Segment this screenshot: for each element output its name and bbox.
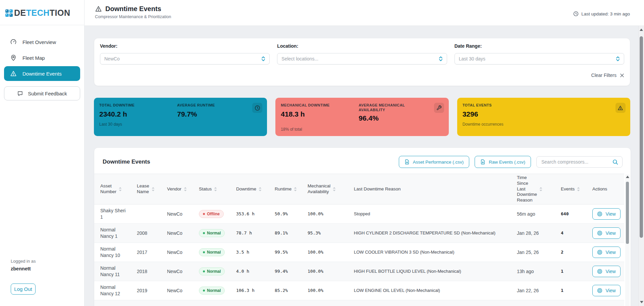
asset-number-cell: Normal Nancy 10 <box>100 246 132 259</box>
date-range-select[interactable]: Last 30 days <box>454 53 624 64</box>
sidebar-nav: Fleet Overview Fleet Map Downtime Events <box>0 25 84 82</box>
table-row: Shaky Sheri 1 NewCo Offline 353.6 h 50.9… <box>94 205 624 224</box>
downtime-cell: 106.3 h <box>236 288 275 294</box>
events-cell: 1 <box>561 288 592 294</box>
logged-in-label: Logged in as <box>11 259 79 264</box>
status-badge: Normal <box>199 229 225 237</box>
events-cell: 2 <box>561 249 592 255</box>
search-input[interactable] <box>541 159 610 165</box>
sort-icon[interactable] <box>539 187 542 191</box>
page-scrollbar-thumb[interactable] <box>640 36 643 238</box>
sidebar-item-fleet-overview[interactable]: Fleet Overview <box>4 35 80 49</box>
scroll-up-arrow-icon[interactable] <box>626 176 629 178</box>
view-button[interactable]: View <box>592 247 621 258</box>
status-dot-icon <box>203 270 205 272</box>
table-scrollbar-thumb[interactable] <box>626 182 629 244</box>
scroll-down-arrow-icon[interactable] <box>640 301 643 303</box>
status-cell: Offline <box>199 210 236 218</box>
status-badge: Offline <box>199 210 224 218</box>
vendor-cell: NewCo <box>167 268 199 275</box>
events-cell: 4 <box>561 230 592 236</box>
column-header[interactable]: Mechanical Availability <box>308 183 354 195</box>
page-scrollbar[interactable] <box>638 26 644 306</box>
view-button[interactable]: View <box>592 227 621 239</box>
table-row: Normal Nancy 1 2008 NewCo Normal 78.7 h … <box>94 224 624 243</box>
asset-number-cell: Normal Nancy 12 <box>100 284 132 297</box>
column-header[interactable]: Lease Name <box>137 183 167 195</box>
downtime-cell: 3.5 h <box>236 249 275 255</box>
wrench-icon <box>434 103 444 113</box>
status-cell: Normal <box>199 267 236 275</box>
vendor-cell: NewCo <box>167 288 199 294</box>
status-dot-icon <box>203 213 205 215</box>
location-label: Location: <box>277 43 447 49</box>
lease-name-cell: 2018 <box>137 268 167 275</box>
username: zbennett <box>11 266 79 271</box>
sort-icon[interactable] <box>577 187 580 191</box>
warning-icon <box>615 103 626 113</box>
time-since-cell: Jan 22, 26 <box>517 288 561 294</box>
chevron-up-down-icon <box>261 56 265 61</box>
search-icon[interactable] <box>612 159 618 165</box>
sort-icon[interactable] <box>294 187 297 191</box>
date-range-filter: Date Range: Last 30 days <box>454 43 624 64</box>
sort-icon[interactable] <box>152 187 155 191</box>
mechanical-availability-cell: 100.0% <box>308 249 354 255</box>
view-button[interactable]: View <box>592 266 621 277</box>
logout-button[interactable]: Log Out <box>11 283 36 295</box>
sidebar-item-fleet-map[interactable]: Fleet Map <box>4 50 80 65</box>
eye-icon <box>597 230 602 236</box>
actions-cell: View <box>592 285 624 296</box>
asset-number-cell: Shaky Sheri 1 <box>100 208 132 220</box>
status-badge: Normal <box>199 267 225 275</box>
submit-feedback-button[interactable]: Submit Feedback <box>4 86 80 100</box>
sort-icon[interactable] <box>214 187 217 191</box>
scroll-up-arrow-icon[interactable] <box>640 29 643 31</box>
table-header-row: Asset Number Lease Name Vendor Status Do… <box>94 174 624 205</box>
last-downtime-reason-cell: HIGH FUEL BOTTLE LIQUID LEVEL (Non-Mecha… <box>354 268 517 274</box>
vendor-select[interactable]: NewCo <box>100 53 270 64</box>
table-scrollbar[interactable] <box>625 174 630 306</box>
sort-icon[interactable] <box>119 187 122 191</box>
last-downtime-reason-cell: Stopped <box>354 211 517 217</box>
downtime-cell: 353.6 h <box>236 211 275 217</box>
sort-icon[interactable] <box>333 187 336 191</box>
sidebar-item-label: Fleet Overview <box>22 39 56 45</box>
mechanical-availability-cell: 95.3% <box>308 230 354 236</box>
runtime-cell: 50.9% <box>275 211 308 217</box>
status-dot-icon <box>203 232 205 234</box>
runtime-cell: 99.5% <box>275 249 308 255</box>
clear-filters-button[interactable]: Clear Filters <box>100 73 624 78</box>
table-row: Normal Nancy 12 2019 NewCo Normal 106.3 … <box>94 281 624 300</box>
column-header[interactable]: Asset Number <box>100 183 137 195</box>
downtime-cell: 4.0 h <box>236 268 275 274</box>
logo-grid-icon <box>5 9 13 17</box>
raw-events-csv-button[interactable]: Raw Events (.csv) <box>475 156 531 168</box>
column-header[interactable]: Time Since Last Downtime Reason <box>517 175 561 203</box>
column-header[interactable]: Status <box>199 186 236 192</box>
column-header[interactable]: Runtime <box>275 186 308 192</box>
time-since-cell: Jan 28, 26 <box>517 230 561 236</box>
column-header[interactable]: Events <box>561 186 592 192</box>
sort-icon[interactable] <box>184 187 187 191</box>
column-header[interactable]: Vendor <box>167 186 199 192</box>
location-select[interactable]: Select locations... <box>277 53 447 64</box>
column-header[interactable]: Last Downtime Reason <box>354 186 517 192</box>
view-button[interactable]: View <box>592 285 621 296</box>
column-header[interactable]: Actions <box>592 186 624 192</box>
asset-performance-csv-button[interactable]: Asset Performance (.csv) <box>399 156 470 168</box>
sort-icon[interactable] <box>259 187 262 191</box>
events-cell: 640 <box>561 211 592 217</box>
sidebar-item-label: Fleet Map <box>22 55 45 61</box>
view-button[interactable]: View <box>592 208 621 220</box>
sidebar-item-downtime-events[interactable]: Downtime Events <box>4 66 80 81</box>
page-header: Downtime Events Compressor Maintenance &… <box>85 0 644 26</box>
vendor-cell: NewCo <box>167 211 199 217</box>
time-since-cell: 13h ago <box>517 268 561 275</box>
mechanical-availability-cell: 100.0% <box>308 268 354 274</box>
column-header[interactable]: Downtime <box>236 186 275 192</box>
time-since-cell: Jan 25, 26 <box>517 249 561 256</box>
status-cell: Normal <box>199 229 236 237</box>
map-pin-icon <box>10 54 17 61</box>
runtime-cell: 89.1% <box>275 230 308 236</box>
